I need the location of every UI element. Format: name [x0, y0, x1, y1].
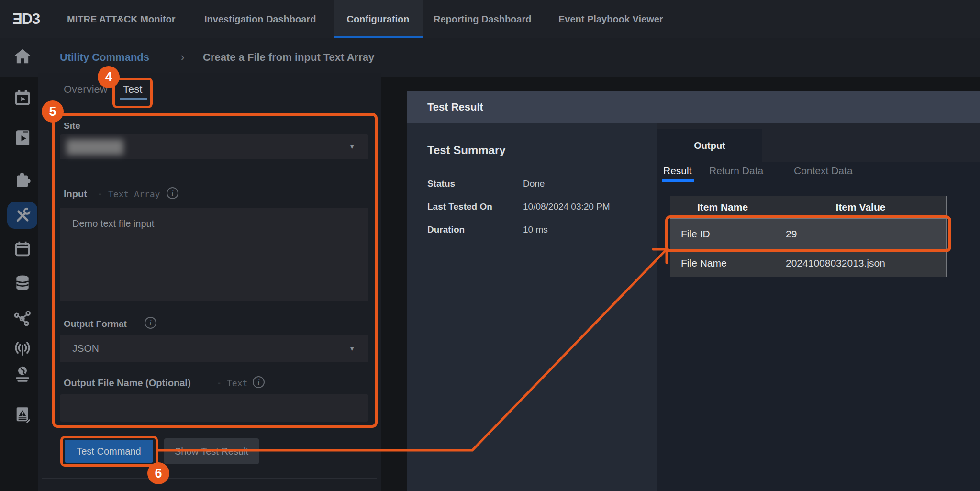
site-label: Site — [64, 121, 80, 131]
header-item-name: Item Name — [670, 196, 775, 218]
globe-icon — [13, 365, 32, 384]
header-item-value: Item Value — [775, 196, 946, 218]
tools-icon — [13, 206, 32, 225]
database-icon — [13, 273, 32, 292]
duration-label: Duration — [427, 224, 465, 235]
page-title: Create a File from input Text Array — [203, 38, 374, 77]
nav-tab-reporting-dashboard[interactable]: Reporting Dashboard — [434, 0, 531, 38]
input-label-separator: - — [99, 189, 101, 199]
nav-tab-mitre-attack-monitor[interactable]: MITRE ATT&CK Monitor — [67, 0, 176, 38]
tab-return-data[interactable]: Return Data — [709, 165, 763, 177]
site-select[interactable]: ▼ — [60, 134, 368, 159]
sidebar-calendar-play-icon[interactable] — [11, 86, 34, 109]
breadcrumb-utility-commands[interactable]: Utility Commands — [60, 38, 149, 77]
test-result-title: Test Result — [427, 91, 483, 123]
site-value-redacted — [67, 139, 123, 155]
puzzle-icon — [13, 171, 32, 190]
file-name-name-cell: File Name — [670, 250, 775, 277]
table-header-row: Item Name Item Value — [670, 196, 946, 218]
sidebar-playbook-icon[interactable] — [11, 126, 34, 149]
breadcrumb: Utility Commands › Create a File from in… — [0, 38, 980, 77]
file-id-name-cell: File ID — [670, 219, 775, 249]
nav-tab-event-playbook-viewer[interactable]: Event Playbook Viewer — [558, 0, 663, 38]
sidebar-home-icon[interactable] — [11, 45, 34, 68]
input-textarea[interactable]: Demo text file input — [60, 208, 368, 301]
sidebar-geo-sites-icon[interactable] — [11, 363, 34, 386]
chevron-down-icon: ▼ — [349, 143, 355, 150]
sidebar-integrations-icon[interactable] — [11, 169, 34, 192]
file-id-value-cell: 29 — [775, 219, 946, 249]
tab-output[interactable]: Output — [657, 129, 762, 162]
tab-overview[interactable]: Overview — [64, 83, 108, 96]
last-tested-on-label: Last Tested On — [427, 201, 492, 212]
tab-context-data[interactable]: Context Data — [794, 165, 853, 177]
document-warning-icon — [13, 405, 32, 424]
sidebar-schedule-icon[interactable] — [11, 237, 34, 260]
output-format-label: Output Format — [64, 319, 127, 329]
home-icon — [13, 47, 32, 66]
input-value: Demo text file input — [72, 218, 154, 229]
sidebar-broadcast-icon[interactable] — [11, 337, 34, 360]
nav-tab-configuration[interactable]: Configuration — [334, 0, 423, 38]
antenna-icon — [13, 339, 32, 358]
panel-divider — [42, 478, 377, 479]
chevron-down-icon: ▼ — [349, 345, 355, 352]
table-row-file-id[interactable]: File ID 29 — [670, 218, 946, 249]
test-tab-underline — [120, 98, 147, 100]
network-icon — [13, 309, 32, 328]
test-summary-title: Test Summary — [427, 144, 506, 157]
top-navbar: ƎD3 MITRE ATT&CK Monitor Investigation D… — [0, 0, 980, 38]
sidebar-utility-commands-icon[interactable] — [11, 204, 34, 227]
table-row-file-name[interactable]: File Name 20241008032013.json — [670, 249, 946, 277]
status-value: Done — [523, 179, 545, 189]
result-tab-underline — [662, 179, 694, 182]
duration-value: 10 ms — [523, 224, 548, 235]
output-file-info-icon[interactable]: i — [253, 376, 265, 388]
book-play-icon — [13, 128, 32, 147]
output-file-separator: - — [218, 378, 221, 388]
tab-result[interactable]: Result — [663, 165, 692, 177]
sidebar-data-icon[interactable] — [11, 271, 34, 294]
output-format-info-icon[interactable]: i — [145, 317, 156, 329]
input-type-hint: Text Array — [108, 189, 160, 199]
calendar-icon — [13, 239, 32, 258]
d3-logo[interactable]: ƎD3 — [12, 0, 40, 38]
last-tested-on-value: 10/08/2024 03:20 PM — [523, 201, 610, 212]
status-label: Status — [427, 179, 455, 189]
output-file-name-input[interactable] — [60, 394, 368, 422]
input-info-icon[interactable]: i — [167, 187, 178, 199]
nav-tab-investigation-dashboard[interactable]: Investigation Dashboard — [204, 0, 316, 38]
test-command-button[interactable]: Test Command — [65, 440, 153, 463]
test-result-header — [407, 91, 980, 123]
sidebar-incident-report-icon[interactable] — [11, 403, 34, 426]
result-table: Item Name Item Value File ID 29 File Nam… — [670, 196, 947, 277]
output-format-value: JSON — [72, 343, 99, 354]
input-label: Input — [64, 189, 87, 200]
calendar-play-icon — [13, 88, 32, 107]
tab-test[interactable]: Test — [123, 83, 142, 96]
show-test-result-button[interactable]: Show Test Result — [164, 438, 259, 464]
output-format-select[interactable]: JSON ▼ — [60, 335, 368, 362]
file-download-link[interactable]: 20241008032013.json — [786, 257, 885, 269]
output-file-type-hint: Text — [227, 378, 247, 388]
breadcrumb-chevron-icon: › — [180, 38, 185, 77]
output-file-name-label: Output File Name (Optional) — [64, 378, 191, 389]
app-window: ƎD3 MITRE ATT&CK Monitor Investigation D… — [0, 0, 980, 491]
sidebar-connections-icon[interactable] — [11, 307, 34, 330]
